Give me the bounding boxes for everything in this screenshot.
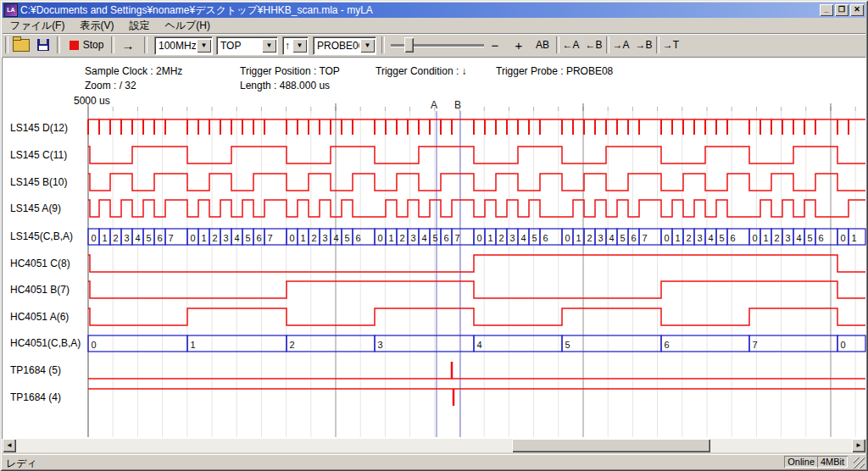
dropdown-arrow-icon[interactable]: ▼ [360,39,375,53]
scroll-left-arrow[interactable]: ◄ [3,439,16,452]
bus-cell-value: 5 [245,233,250,243]
bus-cell-value: 2 [289,340,294,350]
bus-cell-value: 3 [223,233,228,243]
bus-cell [474,335,562,352]
bus-cell-value: 1 [576,233,581,243]
bus-cell-value: 5 [565,340,570,350]
bus-cell-value: 3 [509,233,515,243]
zoom-slider-thumb[interactable] [404,37,414,53]
bus-cell-value: 4 [796,233,801,243]
bus-cell-value: 0 [840,233,845,243]
bus-cell-value: 1 [851,233,856,243]
stop-button[interactable]: Stop [65,36,108,54]
resize-grip[interactable] [854,457,865,468]
trigger-probe-value: PROBE00 [314,40,359,52]
zoom-slider[interactable] [391,36,484,53]
zoom-info: Zoom : / 32 [85,80,136,91]
menu-view[interactable]: 表示(V) [72,18,121,34]
toolbar-separator [606,36,609,53]
bus-cell-value: 3 [322,233,327,243]
minimize-button[interactable]: _ [820,4,833,16]
bus-cell-value: 6 [542,233,548,243]
zoom-in-button[interactable]: + [509,36,528,54]
trigger-probe-combobox[interactable]: PROBE00 ▼ [313,36,376,55]
bus-cell-value: 7 [168,233,173,243]
dropdown-arrow-icon[interactable]: ▼ [262,39,276,53]
waveform-plot: AB01234567012345670123456012345670123456… [2,58,866,439]
dropdown-arrow-icon[interactable]: ▼ [292,39,307,53]
channel-label: LS145 A(9) [10,202,61,214]
channel-label: TP1684 (4) [10,391,61,403]
dropdown-arrow-icon[interactable]: ▼ [197,39,211,53]
app-icon: LA [4,3,18,17]
bus-cell-value: 4 [609,233,614,243]
open-button[interactable] [11,36,31,54]
horizontal-scrollbar[interactable]: ◄ ► [3,439,865,452]
bus-cell-value: 5 [719,233,724,243]
bus-cell-value: 0 [91,340,96,350]
waveform-client-area: AB01234567012345670123456012345670123456… [2,58,866,439]
move-b-right-button[interactable]: →B [633,36,654,54]
toolbar-separator [5,36,8,53]
bus-cell-value: 4 [421,233,426,243]
maximize-button[interactable]: ❐ [835,4,849,16]
channel-label: LS145 C(11) [10,149,67,161]
bus-cell-value: 0 [91,233,96,243]
bus-cell-value: 6 [664,340,669,350]
move-a-left-button[interactable]: ←A [560,36,581,54]
title-bar: LA C:¥Documents and Settings¥noname¥デスクト… [3,3,865,18]
bus-cell-value: 3 [377,340,382,350]
bus-cell-value: 1 [388,233,393,243]
bus-cell-value: 7 [642,233,647,243]
open-folder-icon [13,39,30,52]
bus-cell-value: 2 [113,233,118,243]
sample-clock-combobox[interactable]: 100MHz ▼ [154,36,213,55]
status-bar: レディ Online 4MBit [3,454,865,469]
menu-help[interactable]: ヘルプ(H) [157,18,218,34]
bus-cell-value: 5 [344,233,349,243]
channel-label: HC4051 A(6) [10,311,69,323]
bus-cell [749,335,837,352]
toolbar-separator [556,36,559,53]
goto-trigger-button[interactable]: →T [660,36,682,54]
bus-cell-value: 5 [146,233,151,243]
ab-button[interactable]: AB [531,36,554,54]
trigger-edge-combobox[interactable]: ↑ ▼ [282,36,309,55]
trigger-position-value: TOP [217,40,261,52]
bus-cell-value: 1 [102,233,107,243]
bus-cell-value: 1 [763,233,768,243]
toolbar-separator [381,36,385,53]
bus-cell-value: 5 [807,233,812,243]
save-button[interactable] [33,36,53,54]
scrollbar-thumb[interactable] [512,439,710,452]
zoom-out-button[interactable]: − [486,36,504,54]
waveform-ls145-c-11- [88,147,865,163]
channel-label: LS145 B(10) [10,176,67,188]
trigger-edge-value: ↑ [283,40,292,52]
run-button[interactable]: → [116,36,140,54]
trigger-position-combobox[interactable]: TOP ▼ [216,36,278,55]
toolbar-separator [656,36,659,53]
channel-label: HC4051(C,B,A) [10,337,81,349]
bus-cell-value: 0 [840,340,845,350]
move-b-left-button[interactable]: ←B [583,36,604,54]
channel-label: LS145(C,B,A) [10,230,73,242]
channel-label: HC4051 C(8) [10,258,70,269]
bus-cell-value: 1 [675,233,680,243]
move-a-right-button[interactable]: →A [610,36,632,54]
bus-cell-value: 5 [432,233,437,243]
toolbar: Stop → 100MHz ▼ TOP ▼ ↑ ▼ PROBE00 ▼ − + … [3,34,865,58]
bus-cell-value: 4 [234,233,239,243]
scroll-right-arrow[interactable]: ► [852,439,865,452]
bus-cell-value: 4 [520,233,526,243]
menu-settings[interactable]: 設定 [121,18,157,34]
bus-cell-value: 6 [443,233,448,243]
menu-file[interactable]: ファイル(F) [3,18,72,34]
bus-cell-value: 7 [267,233,272,243]
bus-cell-value: 0 [565,233,570,243]
close-button[interactable]: ✕ [850,4,864,16]
bus-cell-value: 2 [774,233,779,243]
bus-cell [375,335,474,352]
bus-cell-value: 3 [598,233,603,243]
toolbar-separator [57,36,60,53]
